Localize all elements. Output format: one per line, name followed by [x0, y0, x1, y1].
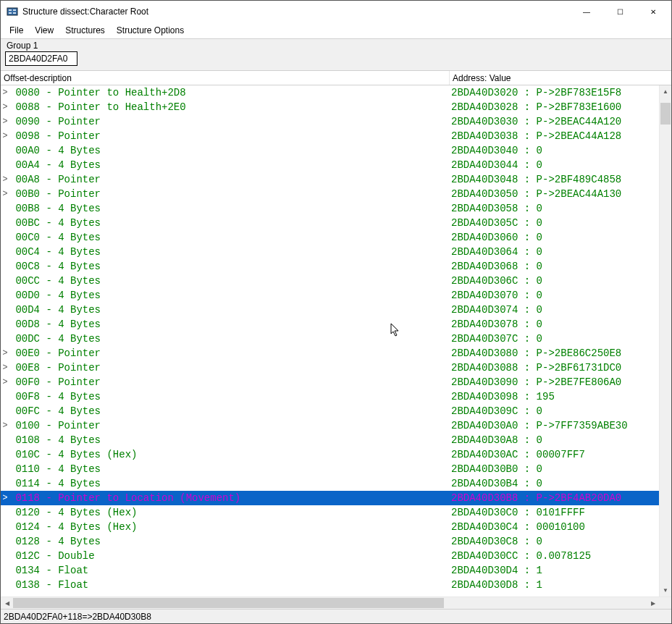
table-row[interactable]: > 0098 - Pointer2BDA40D3038 : P->2BEAC44… — [1, 129, 659, 143]
table-row[interactable]: 0124 - 4 Bytes (Hex)2BDA40D30C4 : 000101… — [1, 520, 659, 534]
titlebar[interactable]: Structure dissect:Character Root — ☐ ✕ — [1, 1, 671, 22]
scroll-up-arrow-icon[interactable]: ▲ — [660, 85, 671, 98]
table-row[interactable]: 00C4 - 4 Bytes2BDA40D3064 : 0 — [1, 245, 659, 259]
offset-description: 00B8 - 4 Bytes — [9, 201, 450, 216]
address-value: 2BDA40D309C : 0 — [450, 404, 659, 418]
table-row[interactable]: 00A0 - 4 Bytes2BDA40D3040 : 0 — [1, 143, 659, 158]
expand-spacer — [1, 332, 9, 346]
table-row[interactable]: 0108 - 4 Bytes2BDA40D30A8 : 0 — [1, 433, 659, 447]
expand-icon[interactable]: > — [1, 361, 9, 375]
scroll-right-arrow-icon[interactable]: ▶ — [647, 600, 659, 607]
expand-icon[interactable]: > — [1, 491, 9, 505]
rows-container[interactable]: > 0080 - Pointer to Health+2D82BDA40D302… — [1, 85, 659, 596]
table-row[interactable]: 0134 - Float2BDA40D30D4 : 1 — [1, 563, 659, 578]
address-value: 2BDA40D3068 : 0 — [450, 259, 659, 274]
expand-icon[interactable]: > — [1, 85, 9, 100]
address-input[interactable] — [5, 51, 77, 66]
table-row[interactable]: > 00E0 - Pointer2BDA40D3080 : P->2BE86C2… — [1, 346, 659, 361]
offset-description: 0110 - 4 Bytes — [9, 462, 450, 476]
expand-icon[interactable]: > — [1, 100, 9, 114]
address-value: 2BDA40D30C8 : 0 — [450, 534, 659, 549]
address-value: 2BDA40D3060 : 0 — [450, 230, 659, 245]
expand-icon[interactable]: > — [1, 114, 9, 129]
address-value: 2BDA40D3080 : P->2BE86C250E8 — [450, 346, 659, 361]
address-value: 2BDA40D307C : 0 — [450, 332, 659, 346]
header-offset-description[interactable]: Offset-description — [1, 71, 450, 85]
offset-description: 00E8 - Pointer — [9, 361, 450, 375]
expand-spacer — [1, 534, 9, 549]
table-row[interactable]: 00C8 - 4 Bytes2BDA40D3068 : 0 — [1, 259, 659, 274]
expand-icon[interactable]: > — [1, 346, 9, 361]
expand-icon[interactable]: > — [1, 418, 9, 433]
table-row[interactable]: 00F8 - 4 Bytes2BDA40D3098 : 195 — [1, 389, 659, 404]
table-row[interactable]: 00C0 - 4 Bytes2BDA40D3060 : 0 — [1, 230, 659, 245]
close-button[interactable]: ✕ — [637, 1, 670, 22]
table-row[interactable]: 00BC - 4 Bytes2BDA40D305C : 0 — [1, 216, 659, 230]
table-row[interactable]: 0128 - 4 Bytes2BDA40D30C8 : 0 — [1, 534, 659, 549]
scroll-thumb[interactable] — [660, 103, 671, 125]
address-value: 2BDA40D3020 : P->2BF783E15F8 — [450, 85, 659, 100]
expand-spacer — [1, 245, 9, 259]
svg-rect-0 — [7, 8, 17, 15]
svg-rect-1 — [9, 9, 12, 11]
table-row[interactable]: 00D4 - 4 Bytes2BDA40D3074 : 0 — [1, 303, 659, 317]
table-row[interactable]: > 0100 - Pointer2BDA40D30A0 : P->7FF7359… — [1, 418, 659, 433]
table-row[interactable]: > 0080 - Pointer to Health+2D82BDA40D302… — [1, 85, 659, 100]
header-address-value[interactable]: Address: Value — [450, 71, 671, 85]
address-value: 2BDA40D3044 : 0 — [450, 158, 659, 172]
address-value: 2BDA40D3058 : 0 — [450, 201, 659, 216]
menu-structure-options[interactable]: Structure Options — [111, 24, 190, 37]
table-row[interactable]: 00B8 - 4 Bytes2BDA40D3058 : 0 — [1, 201, 659, 216]
table-row[interactable]: 010C - 4 Bytes (Hex)2BDA40D30AC : 00007F… — [1, 447, 659, 462]
offset-description: 00BC - 4 Bytes — [9, 216, 450, 230]
address-value: 2BDA40D3064 : 0 — [450, 245, 659, 259]
offset-description: 010C - 4 Bytes (Hex) — [9, 447, 450, 462]
offset-description: 00A0 - 4 Bytes — [9, 143, 450, 158]
table-row[interactable]: 00D8 - 4 Bytes2BDA40D3078 : 0 — [1, 317, 659, 332]
table-row[interactable]: > 00A8 - Pointer2BDA40D3048 : P->2BF489C… — [1, 172, 659, 187]
address-value: 2BDA40D30AC : 00007FF7 — [450, 447, 659, 462]
status-text: 2BDA40D2FA0+118=>2BDA40D30B8 — [4, 612, 151, 622]
table-row[interactable]: 00FC - 4 Bytes2BDA40D309C : 0 — [1, 404, 659, 418]
table-row[interactable]: 0114 - 4 Bytes2BDA40D30B4 : 0 — [1, 476, 659, 491]
table-row[interactable]: 00DC - 4 Bytes2BDA40D307C : 0 — [1, 332, 659, 346]
scroll-left-arrow-icon[interactable]: ◀ — [1, 600, 13, 607]
menu-view[interactable]: View — [29, 24, 59, 37]
menu-file[interactable]: File — [4, 24, 29, 37]
menu-structures[interactable]: Structures — [59, 24, 111, 37]
vertical-scrollbar[interactable]: ▲ ▼ — [659, 85, 671, 596]
table-row[interactable]: 0120 - 4 Bytes (Hex)2BDA40D30C0 : 0101FF… — [1, 505, 659, 520]
offset-description: 00C0 - 4 Bytes — [9, 230, 450, 245]
svg-rect-3 — [13, 9, 16, 11]
table-row[interactable]: > 0090 - Pointer2BDA40D3030 : P->2BEAC44… — [1, 114, 659, 129]
table-row[interactable]: > 00E8 - Pointer2BDA40D3088 : P->2BF6173… — [1, 361, 659, 375]
address-value: 2BDA40D3028 : P->2BF783E1600 — [450, 100, 659, 114]
expand-icon[interactable]: > — [1, 375, 9, 389]
table-row[interactable]: > 0088 - Pointer to Health+2E02BDA40D302… — [1, 100, 659, 114]
expand-spacer — [1, 578, 9, 592]
offset-description: 00F8 - 4 Bytes — [9, 389, 450, 404]
menubar: File View Structures Structure Options — [1, 22, 671, 38]
table-row[interactable]: 00A4 - 4 Bytes2BDA40D3044 : 0 — [1, 158, 659, 172]
offset-description: 00A8 - Pointer — [9, 172, 450, 187]
scroll-down-arrow-icon[interactable]: ▼ — [660, 584, 671, 596]
expand-icon[interactable]: > — [1, 172, 9, 187]
table-row[interactable]: 012C - Double2BDA40D30CC : 0.0078125 — [1, 549, 659, 563]
minimize-button[interactable]: — — [570, 1, 603, 22]
expand-spacer — [1, 303, 9, 317]
horizontal-scrollbar[interactable]: ◀ ▶ — [1, 596, 671, 609]
table-row[interactable]: > 0118 - Pointer to Location (Movement)2… — [1, 491, 659, 505]
address-value: 2BDA40D305C : 0 — [450, 216, 659, 230]
table-row[interactable]: 0110 - 4 Bytes2BDA40D30B0 : 0 — [1, 462, 659, 476]
hscroll-thumb[interactable] — [13, 598, 444, 608]
expand-spacer — [1, 274, 9, 288]
table-row[interactable]: 00CC - 4 Bytes2BDA40D306C : 0 — [1, 274, 659, 288]
table-row[interactable]: 0138 - Float2BDA40D30D8 : 1 — [1, 578, 659, 592]
maximize-button[interactable]: ☐ — [603, 1, 637, 22]
expand-icon[interactable]: > — [1, 129, 9, 143]
table-row[interactable]: 00D0 - 4 Bytes2BDA40D3070 : 0 — [1, 288, 659, 303]
table-row[interactable]: > 00B0 - Pointer2BDA40D3050 : P->2BEAC44… — [1, 187, 659, 201]
table-row[interactable]: > 00F0 - Pointer2BDA40D3090 : P->2BE7FE8… — [1, 375, 659, 389]
expand-spacer — [1, 563, 9, 578]
expand-icon[interactable]: > — [1, 187, 9, 201]
